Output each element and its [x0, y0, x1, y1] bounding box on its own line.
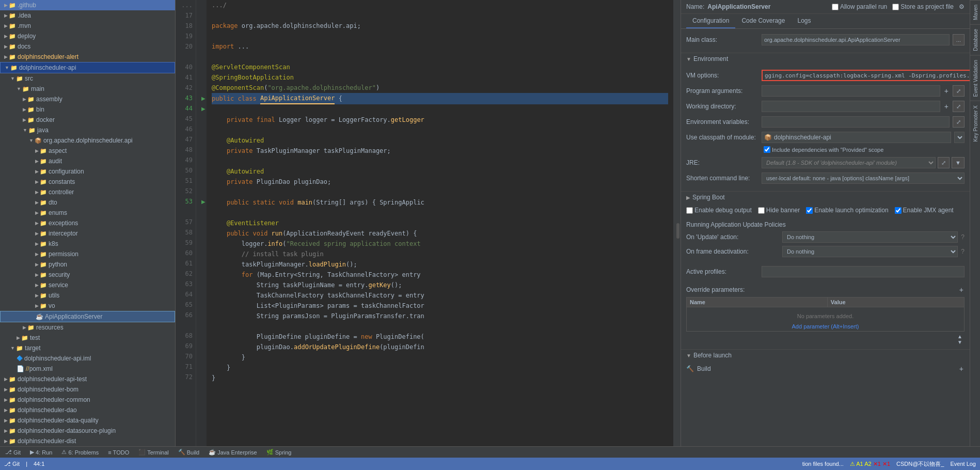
maven-panel-button[interactable]: Maven [970, 0, 980, 24]
on-frame-select[interactable]: Do nothing [782, 246, 958, 257]
sidebar-item-assembly[interactable]: ▶ 📁 assembly [0, 94, 175, 104]
sidebar-item-iml[interactable]: 🔷 dolphinscheduler-api.iml [0, 353, 175, 364]
sidebar-item-constants[interactable]: ▶ 📁 constants [0, 177, 175, 187]
shorten-cmd-select[interactable]: user-local default: none - java [options… [762, 173, 965, 184]
program-args-plus[interactable]: + [943, 87, 950, 95]
main-class-browse-button[interactable]: ... [953, 34, 965, 45]
sidebar-item-service[interactable]: ▶ 📁 service [0, 280, 175, 290]
sidebar-item-api[interactable]: ▼ 📁 dolphinscheduler-api [0, 62, 175, 73]
sidebar-item-dao[interactable]: ▶ 📁 dolphinscheduler-dao [0, 405, 175, 415]
sidebar-item-main[interactable]: ▼ 📁 main [0, 84, 175, 94]
working-dir-input[interactable] [762, 101, 940, 112]
sidebar-item-alert[interactable]: ▶ 📁 dolphinscheduler-alert [0, 52, 175, 62]
java-enterprise-button[interactable]: ☕ Java Enterprise [207, 449, 259, 456]
sidebar-item-exceptions[interactable]: ▶ 📁 exceptions [0, 218, 175, 228]
sidebar-item-permission[interactable]: ▶ 📁 permission [0, 249, 175, 259]
add-param-link[interactable]: Add parameter (Alt+Insert) [690, 323, 961, 330]
allow-parallel-checkbox[interactable]: Allow parallel run [832, 3, 887, 10]
sidebar-item-resources[interactable]: ▶ 📁 resources [0, 322, 175, 333]
module-dropdown[interactable]: ▼ [954, 132, 965, 143]
working-dir-plus[interactable]: + [943, 102, 950, 111]
code-text[interactable]: .../ package org.apache.dolphinscheduler… [207, 0, 673, 446]
tab-logs[interactable]: Logs [791, 14, 817, 28]
add-param-button[interactable]: + [958, 286, 965, 294]
git-button[interactable]: ⎇ Git [3, 449, 23, 456]
main-class-input[interactable] [762, 34, 950, 45]
sidebar-item-src[interactable]: ▼ 📁 src [0, 73, 175, 84]
jre-browse-button[interactable]: ⤢ [938, 157, 950, 168]
sidebar-item-bom[interactable]: ▶ 📁 dolphinscheduler-bom [0, 384, 175, 395]
env-vars-browse[interactable]: ⤢ [953, 116, 965, 128]
program-args-input[interactable] [762, 85, 940, 97]
module-select-box[interactable]: 📦 dolphinscheduler-api [762, 132, 951, 143]
add-before-launch-button[interactable]: + [958, 365, 965, 373]
status-event-log[interactable]: Event Log [950, 461, 976, 467]
sidebar-item-github[interactable]: ▶ 📁 .github [0, 0, 175, 10]
sidebar-item-utils[interactable]: ▶ 📁 utils [0, 290, 175, 301]
params-scroll-up[interactable]: ▲ [956, 334, 963, 339]
sidebar-item-interceptor[interactable]: ▶ 📁 interceptor [0, 228, 175, 239]
enable-launch-checkbox[interactable]: Enable launch optimization [806, 207, 888, 214]
sidebar-item-python[interactable]: ▶ 📁 python [0, 259, 175, 270]
vm-options-input-box[interactable]: gging.config=classpath:logback-spring.xm… [762, 70, 970, 81]
sidebar-item-aspect[interactable]: ▶ 📁 aspect [0, 146, 175, 156]
editor-scrollbar[interactable] [673, 0, 681, 446]
sidebar-item-common[interactable]: ▶ 📁 dolphinscheduler-common [0, 395, 175, 405]
terminal-button[interactable]: ⬛ Terminal [136, 449, 171, 456]
jre-dropdown-button[interactable]: ▼ [952, 157, 965, 168]
tab-code-coverage[interactable]: Code Coverage [735, 14, 791, 28]
sidebar-item-idea[interactable]: ▶ 📁 .idea [0, 10, 175, 21]
before-launch-header[interactable]: ▼ Before launch [681, 349, 970, 361]
todo-button[interactable]: ≡ TODO [106, 449, 131, 456]
enable-jmx-checkbox[interactable]: Enable JMX agent [895, 207, 954, 214]
enable-debug-checkbox[interactable]: Enable debug output [686, 207, 752, 214]
sidebar-item-security[interactable]: ▶ 📁 security [0, 270, 175, 280]
sidebar-item-bin[interactable]: ▶ 📁 bin [0, 104, 175, 115]
on-update-help-icon[interactable]: ? [961, 233, 965, 241]
sidebar-item-data-quality[interactable]: ▶ 📁 dolphinscheduler-data-quality [0, 415, 175, 426]
sidebar-item-package[interactable]: ▼ 📦 org.apache.dolphinscheduler.api [0, 135, 175, 146]
sidebar-item-k8s[interactable]: ▶ 📁 k8s [0, 239, 175, 249]
status-git[interactable]: ⎇ Git [4, 461, 20, 467]
sidebar-item-vo[interactable]: ▶ 📁 vo [0, 301, 175, 311]
sidebar-item-pom[interactable]: 📄 // pom.xml [0, 364, 175, 374]
sidebar-item-api-test[interactable]: ▶ 📁 dolphinscheduler-api-test [0, 374, 175, 384]
sidebar-item-target[interactable]: ▼ 📁 target [0, 343, 175, 353]
include-deps-checkbox[interactable] [764, 146, 770, 153]
on-update-select[interactable]: Do nothing [782, 231, 958, 243]
event-validation-panel-button[interactable]: Event Validation [970, 55, 980, 101]
sidebar-item-java[interactable]: ▼ 📁 java [0, 125, 175, 135]
program-args-browse[interactable]: ⤢ [953, 85, 965, 97]
key-promoter-panel-button[interactable]: Key Promoter X [970, 101, 980, 146]
sidebar-item-mvn[interactable]: ▶ 📁 .mvn [0, 21, 175, 31]
run-gutter-icon[interactable]: ▶ [201, 96, 206, 101]
env-vars-input[interactable] [762, 116, 950, 128]
hide-banner-checkbox[interactable]: Hide banner [758, 207, 800, 214]
sidebar-item-dto[interactable]: ▶ 📁 dto [0, 197, 175, 208]
sidebar-item-test[interactable]: ▶ 📁 test [0, 333, 175, 343]
sidebar-item-datasource-plugin[interactable]: ▶ 📁 dolphinscheduler-datasource-plugin [0, 426, 175, 436]
sidebar-item-controller[interactable]: ▶ 📁 controller [0, 187, 175, 197]
build-button[interactable]: 🔨 Build [176, 449, 201, 456]
params-scroll-down[interactable]: ▼ [956, 339, 963, 345]
store-project-checkbox[interactable]: Store as project file [892, 3, 954, 10]
spring-boot-section-header[interactable]: ▶ Spring Boot [681, 191, 970, 203]
run-gutter-icon3[interactable]: ▶ [201, 199, 206, 205]
spring-button[interactable]: 🌿 Spring [264, 449, 294, 456]
database-panel-button[interactable]: Database [970, 24, 980, 55]
jre-select[interactable]: Default (1.8 - SDK of 'dolphinscheduler-… [762, 157, 936, 168]
run-button[interactable]: ▶ 4: Run [28, 449, 54, 456]
run-gutter-icon2[interactable]: ▶ [201, 106, 206, 112]
sidebar-item-enums[interactable]: ▶ 📁 enums [0, 208, 175, 218]
working-dir-browse[interactable]: ⤢ [953, 101, 965, 112]
sidebar-item-docs[interactable]: ▶ 📁 docs [0, 41, 175, 52]
sidebar-item-api-server[interactable]: ☕ ApiApplicationServer [0, 311, 175, 322]
sidebar-item-audit[interactable]: ▶ 📁 audit [0, 156, 175, 166]
problems-button[interactable]: ⚠ 6: Problems [59, 449, 101, 456]
sidebar-item-docker[interactable]: ▶ 📁 docker [0, 115, 175, 125]
gear-icon[interactable]: ⚙ [959, 3, 965, 10]
scrollbar-thumb[interactable] [676, 223, 679, 239]
environment-section-header[interactable]: ▼ Environment [681, 53, 970, 65]
sidebar-item-deploy[interactable]: ▶ 📁 deploy [0, 31, 175, 41]
tab-configuration[interactable]: Configuration [686, 14, 735, 28]
